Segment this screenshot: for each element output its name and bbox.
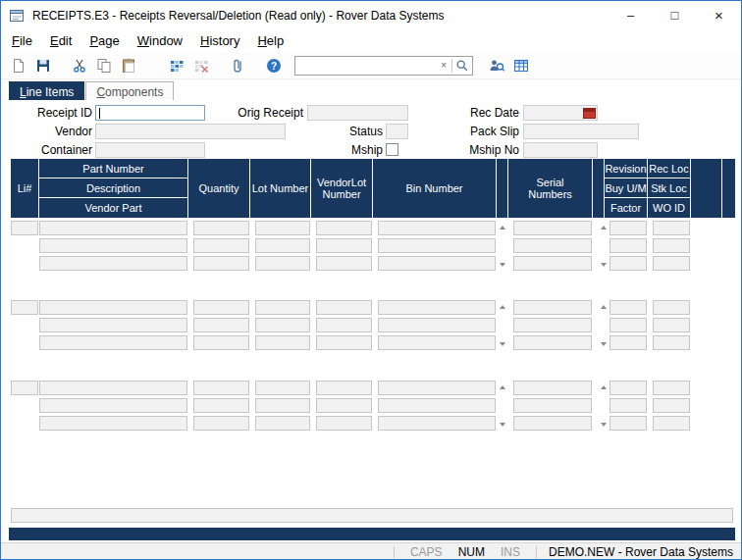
cell-quantity[interactable] [193, 318, 249, 332]
scroll-up-icon[interactable] [497, 382, 507, 392]
receipt-id-field[interactable] [95, 105, 205, 121]
cell-bin-number[interactable] [378, 335, 496, 350]
cell-wo-id[interactable] [653, 335, 690, 350]
cell-revision[interactable] [610, 221, 647, 235]
cell-quantity[interactable] [193, 300, 249, 315]
cell-vendor-part[interactable] [39, 335, 187, 350]
cell-quantity[interactable] [193, 416, 249, 431]
cell-line-number[interactable] [11, 381, 38, 395]
table-view-button[interactable] [509, 55, 533, 76]
cell-vendorlot-number[interactable] [316, 381, 372, 395]
cell-description[interactable] [39, 318, 187, 332]
cell-rec-loc[interactable] [653, 221, 690, 235]
cell-serial-numbers[interactable] [513, 256, 592, 271]
scroll-up-icon[interactable] [598, 302, 609, 312]
paste-button[interactable] [117, 55, 140, 76]
cell-bin-number[interactable] [378, 300, 496, 315]
app-icon[interactable] [9, 8, 25, 24]
cell-bin-number[interactable] [378, 381, 496, 395]
cell-factor[interactable] [610, 256, 647, 271]
scroll-down-icon[interactable] [598, 420, 609, 430]
attachment-button[interactable] [226, 55, 249, 76]
cell-lot-number[interactable] [255, 238, 310, 253]
scroll-down-icon[interactable] [497, 420, 507, 430]
cell-serial-numbers[interactable] [513, 221, 592, 235]
menu-window[interactable]: Window [129, 30, 191, 51]
cell-vendorlot-number[interactable] [316, 398, 372, 413]
cell-bin-number[interactable] [378, 318, 496, 332]
mship-no-field[interactable] [523, 142, 598, 158]
cell-vendorlot-number[interactable] [316, 300, 372, 315]
cell-rec-loc[interactable] [653, 300, 690, 315]
cell-vendor-part[interactable] [39, 416, 187, 431]
cell-description[interactable] [39, 238, 187, 253]
cell-vendorlot-number[interactable] [316, 221, 372, 235]
cell-stk-loc[interactable] [653, 318, 690, 332]
minimize-button[interactable]: – [609, 1, 653, 29]
orig-receipt-field[interactable] [307, 105, 408, 121]
cell-part-number[interactable] [39, 300, 187, 315]
cell-serial-numbers[interactable] [513, 381, 592, 395]
cell-bin-number[interactable] [378, 416, 496, 431]
scroll-down-icon[interactable] [598, 339, 609, 349]
cell-serial-numbers[interactable] [513, 398, 592, 413]
clear-search-icon[interactable]: × [436, 60, 451, 71]
search-icon[interactable] [452, 56, 472, 76]
cell-vendorlot-number[interactable] [316, 335, 372, 350]
cell-buy-um[interactable] [610, 398, 647, 413]
search-input[interactable] [295, 58, 436, 74]
cell-bin-number[interactable] [378, 238, 496, 253]
scroll-down-icon[interactable] [598, 260, 609, 270]
menu-help[interactable]: Help [248, 30, 292, 51]
cell-quantity[interactable] [193, 381, 249, 395]
close-button[interactable]: × [697, 1, 741, 29]
cell-bin-number[interactable] [378, 256, 496, 271]
cell-bin-number[interactable] [378, 221, 496, 235]
scroll-up-icon[interactable] [598, 223, 609, 232]
tab-line-items[interactable]: Line Items [9, 81, 84, 100]
mship-checkbox[interactable] [386, 143, 398, 156]
bottom-entry-field[interactable] [11, 508, 733, 523]
cell-part-number[interactable] [39, 221, 187, 235]
cell-revision[interactable] [610, 381, 647, 395]
person-search-button[interactable] [485, 55, 508, 76]
tab-components[interactable]: Components [85, 81, 174, 100]
cell-lot-number[interactable] [255, 335, 310, 350]
cell-line-number[interactable] [11, 300, 38, 315]
cell-lot-number[interactable] [255, 300, 310, 315]
new-document-button[interactable] [7, 55, 30, 76]
menu-page[interactable]: Page [80, 30, 128, 51]
cell-lot-number[interactable] [255, 221, 310, 235]
cut-button[interactable] [68, 55, 91, 76]
cell-quantity[interactable] [193, 398, 249, 413]
cell-quantity[interactable] [193, 238, 249, 253]
cell-vendorlot-number[interactable] [316, 318, 372, 332]
rec-date-field[interactable] [523, 105, 598, 121]
cell-stk-loc[interactable] [653, 238, 690, 253]
cell-serial-numbers[interactable] [513, 335, 592, 350]
help-button[interactable]: ? [262, 55, 286, 76]
save-button[interactable] [31, 55, 55, 76]
maximize-button[interactable]: □ [653, 1, 697, 29]
cell-buy-um[interactable] [610, 238, 647, 253]
cell-wo-id[interactable] [653, 256, 690, 271]
scroll-up-icon[interactable] [497, 302, 507, 312]
cell-serial-numbers[interactable] [513, 300, 592, 315]
vendor-field[interactable] [95, 124, 286, 139]
scroll-up-icon[interactable] [598, 382, 609, 392]
cell-buy-um[interactable] [610, 318, 647, 332]
cell-vendorlot-number[interactable] [316, 256, 372, 271]
calendar-icon[interactable] [583, 108, 596, 119]
cell-stk-loc[interactable] [653, 398, 690, 413]
grid-delete-button[interactable] [189, 55, 213, 76]
cell-serial-numbers[interactable] [513, 318, 592, 332]
cell-vendorlot-number[interactable] [316, 416, 372, 431]
copy-button[interactable] [92, 55, 116, 76]
cell-serial-numbers[interactable] [513, 238, 592, 253]
pack-slip-field[interactable] [523, 124, 639, 139]
menu-edit[interactable]: Edit [41, 30, 80, 51]
cell-lot-number[interactable] [255, 318, 310, 332]
cell-part-number[interactable] [39, 381, 187, 395]
cell-factor[interactable] [610, 416, 647, 431]
scroll-down-icon[interactable] [497, 260, 507, 270]
